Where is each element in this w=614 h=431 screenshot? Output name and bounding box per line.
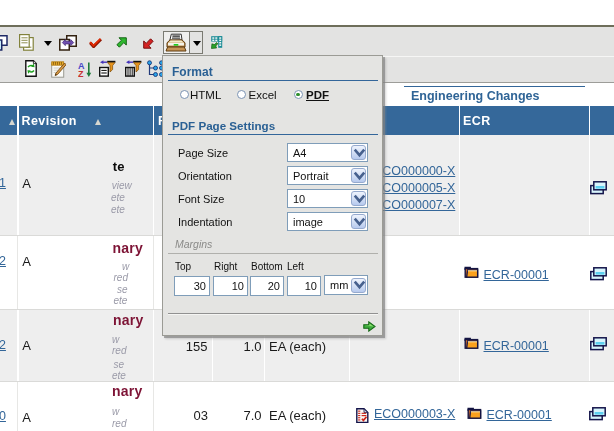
svg-text:Z: Z xyxy=(78,69,84,78)
